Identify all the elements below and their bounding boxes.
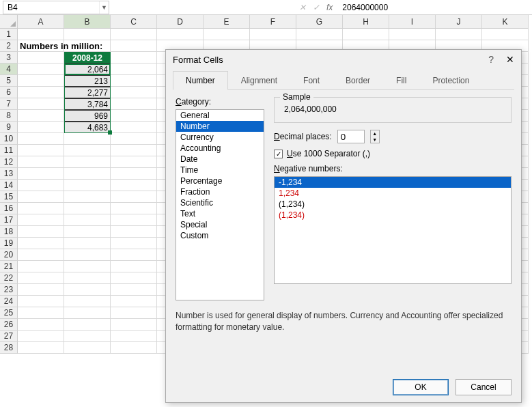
category-item-accounting[interactable]: Accounting	[176, 143, 264, 154]
cell-B22[interactable]	[64, 272, 111, 284]
cell-A24[interactable]	[18, 296, 64, 307]
cell-A6[interactable]	[18, 87, 64, 98]
tab-font[interactable]: Font	[290, 71, 333, 90]
cell-B27[interactable]	[64, 331, 111, 342]
negative-numbers-listbox[interactable]: -1,2341,234(1,234)(1,234)	[274, 176, 512, 284]
cell-C13[interactable]	[111, 168, 157, 180]
cell-C19[interactable]	[111, 238, 157, 249]
row-header-18[interactable]: 18	[0, 226, 18, 238]
cell-C28[interactable]	[111, 342, 157, 354]
category-item-scientific[interactable]: Scientific	[176, 197, 264, 208]
cell-C22[interactable]	[111, 272, 157, 284]
cell-B16[interactable]	[64, 203, 111, 214]
column-header-J[interactable]: J	[436, 15, 482, 29]
cell-A10[interactable]	[18, 133, 64, 145]
row-header-20[interactable]: 20	[0, 249, 18, 261]
tab-border[interactable]: Border	[333, 71, 383, 90]
cell-A19[interactable]	[18, 238, 64, 249]
spinner-up-icon[interactable]: ▲	[371, 130, 379, 137]
cell-B23[interactable]	[64, 284, 111, 296]
cell-A2[interactable]: Numbers in million:	[18, 40, 64, 52]
column-header-C[interactable]: C	[111, 15, 157, 29]
select-all-corner[interactable]	[0, 15, 18, 29]
cell-B8[interactable]: 969	[64, 110, 111, 122]
cell-C3[interactable]	[111, 52, 157, 64]
column-header-F[interactable]: F	[250, 15, 296, 29]
category-item-text[interactable]: Text	[176, 208, 264, 219]
cell-C25[interactable]	[111, 307, 157, 319]
negative-option-0[interactable]: -1,234	[275, 177, 511, 188]
cell-A23[interactable]	[18, 284, 64, 296]
row-header-3[interactable]: 3	[0, 52, 18, 64]
cell-G1[interactable]	[296, 29, 343, 40]
row-header-26[interactable]: 26	[0, 319, 18, 331]
row-header-19[interactable]: 19	[0, 238, 18, 249]
cell-B18[interactable]	[64, 226, 111, 238]
row-header-5[interactable]: 5	[0, 75, 18, 87]
cell-A1[interactable]	[18, 29, 64, 40]
cell-B14[interactable]	[64, 180, 111, 191]
row-header-2[interactable]: 2	[0, 40, 18, 52]
row-header-27[interactable]: 27	[0, 331, 18, 342]
tab-alignment[interactable]: Alignment	[228, 71, 290, 90]
category-item-date[interactable]: Date	[176, 154, 264, 165]
row-header-6[interactable]: 6	[0, 87, 18, 98]
category-item-fraction[interactable]: Fraction	[176, 186, 264, 197]
cell-B5[interactable]: 213	[64, 75, 111, 87]
cell-C4[interactable]	[111, 64, 157, 75]
cell-B26[interactable]	[64, 319, 111, 331]
row-header-14[interactable]: 14	[0, 180, 18, 191]
ok-button[interactable]: OK	[393, 379, 449, 395]
cell-C11[interactable]	[111, 145, 157, 156]
cell-B9[interactable]: 4,683	[64, 122, 111, 133]
cell-B4[interactable]: 2,064	[64, 64, 111, 75]
tab-protection[interactable]: Protection	[419, 71, 482, 90]
cell-C10[interactable]	[111, 133, 157, 145]
column-header-G[interactable]: G	[296, 15, 343, 29]
row-header-28[interactable]: 28	[0, 342, 18, 354]
cell-E1[interactable]	[204, 29, 250, 40]
cell-A28[interactable]	[18, 342, 64, 354]
cell-B3[interactable]: 2008-12	[64, 52, 111, 64]
category-listbox[interactable]: GeneralNumberCurrencyAccountingDateTimeP…	[176, 109, 264, 300]
row-header-21[interactable]: 21	[0, 261, 18, 272]
negative-option-3[interactable]: (1,234)	[275, 210, 511, 221]
cell-B25[interactable]	[64, 307, 111, 319]
cell-C26[interactable]	[111, 319, 157, 331]
cell-B6[interactable]: 2,277	[64, 87, 111, 98]
cell-J1[interactable]	[436, 29, 482, 40]
cell-A12[interactable]	[18, 156, 64, 168]
row-header-10[interactable]: 10	[0, 133, 18, 145]
cell-A20[interactable]	[18, 249, 64, 261]
negative-option-1[interactable]: 1,234	[275, 188, 511, 199]
cell-B24[interactable]	[64, 296, 111, 307]
cell-A9[interactable]	[18, 122, 64, 133]
name-box[interactable]	[3, 3, 99, 12]
cell-C17[interactable]	[111, 214, 157, 226]
cell-A22[interactable]	[18, 272, 64, 284]
cell-B15[interactable]	[64, 191, 111, 203]
cell-C8[interactable]	[111, 110, 157, 122]
column-header-E[interactable]: E	[204, 15, 250, 29]
cell-A27[interactable]	[18, 331, 64, 342]
cell-A8[interactable]	[18, 110, 64, 122]
row-header-22[interactable]: 22	[0, 272, 18, 284]
cell-B21[interactable]	[64, 261, 111, 272]
row-header-8[interactable]: 8	[0, 110, 18, 122]
cell-B10[interactable]	[64, 133, 111, 145]
cell-C18[interactable]	[111, 226, 157, 238]
cell-C20[interactable]	[111, 249, 157, 261]
row-header-25[interactable]: 25	[0, 307, 18, 319]
column-header-I[interactable]: I	[389, 15, 436, 29]
cell-C5[interactable]	[111, 75, 157, 87]
column-header-A[interactable]: A	[18, 15, 64, 29]
category-item-currency[interactable]: Currency	[176, 132, 264, 143]
cell-C2[interactable]	[111, 40, 157, 52]
cell-B11[interactable]	[64, 145, 111, 156]
cell-A13[interactable]	[18, 168, 64, 180]
row-header-1[interactable]: 1	[0, 29, 18, 40]
column-header-D[interactable]: D	[157, 15, 204, 29]
row-header-9[interactable]: 9	[0, 122, 18, 133]
cell-C7[interactable]	[111, 98, 157, 110]
cell-B20[interactable]	[64, 249, 111, 261]
